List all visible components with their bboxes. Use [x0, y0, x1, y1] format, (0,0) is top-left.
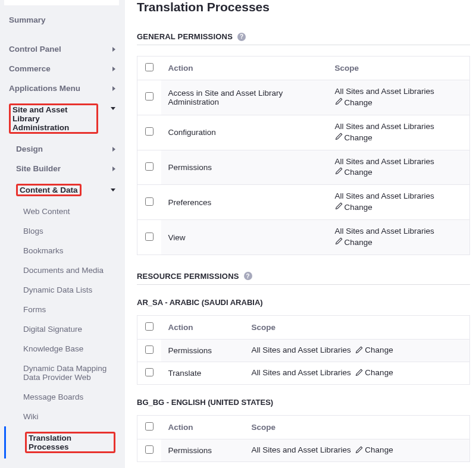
nav-label: Summary: [9, 15, 46, 24]
permission-row: PreferencesAll Sites and Asset Libraries…: [137, 185, 470, 220]
col-action: Action: [161, 415, 245, 439]
select-all-checkbox[interactable]: [145, 63, 154, 71]
col-action: Action: [161, 56, 328, 80]
general-permissions-heading: GENERAL PERMISSIONS ?: [137, 32, 470, 45]
nav-design[interactable]: Design: [4, 139, 119, 159]
chevron-right-icon: [112, 67, 115, 71]
change-link[interactable]: Change: [345, 203, 372, 212]
row-checkbox[interactable]: [145, 345, 154, 354]
scope-text: All Sites and Asset Libraries: [335, 226, 463, 237]
action-cell: Permissions: [161, 150, 328, 185]
row-checkbox[interactable]: [145, 233, 154, 241]
col-scope: Scope: [245, 415, 470, 439]
nav-label: Message Boards: [23, 392, 83, 401]
nav-item-digital-signature[interactable]: Digital Signature: [4, 319, 119, 339]
select-all-cell: [137, 56, 161, 80]
nav-label-highlighted: Content & Data: [16, 184, 82, 196]
row-checkbox[interactable]: [145, 445, 154, 454]
nav-summary[interactable]: Summary: [4, 10, 119, 30]
nav-item-ddm-data-provider[interactable]: Dynamic Data Mapping Data Provider Web: [4, 359, 119, 387]
scope-cell: All Sites and Asset Libraries Change: [245, 362, 470, 384]
row-checkbox[interactable]: [145, 368, 154, 376]
action-cell: View: [161, 220, 328, 255]
heading-text: GENERAL PERMISSIONS: [137, 32, 233, 41]
row-checkbox[interactable]: [145, 162, 154, 171]
nav-label-highlighted: Site and Asset Library Administration: [9, 103, 98, 134]
pencil-icon: [355, 369, 363, 376]
nav-label: Commerce: [9, 64, 51, 73]
row-check-cell: [137, 185, 161, 220]
select-all-checkbox[interactable]: [145, 322, 154, 331]
permission-row: PermissionsAll Sites and Asset Libraries…: [137, 339, 470, 362]
nav-label: Dynamic Data Lists: [23, 285, 92, 294]
row-check-cell: [137, 362, 161, 384]
nav-item-web-content[interactable]: Web Content: [4, 202, 119, 221]
nav-label: Wiki: [23, 412, 39, 421]
nav-label: Forms: [23, 305, 46, 314]
nav-label: Blogs: [23, 227, 43, 235]
row-checkbox[interactable]: [145, 197, 154, 206]
scope-cell: All Sites and Asset LibrariesChange: [328, 185, 470, 220]
change-link[interactable]: Change: [345, 168, 372, 177]
change-link[interactable]: Change: [365, 345, 393, 354]
row-checkbox[interactable]: [145, 92, 154, 100]
scope-text: All Sites and Asset Libraries: [252, 445, 351, 454]
change-link[interactable]: Change: [345, 238, 372, 247]
scope-cell: All Sites and Asset LibrariesChange: [328, 150, 470, 185]
nav-item-bookmarks[interactable]: Bookmarks: [4, 241, 119, 260]
pencil-icon: [335, 167, 343, 175]
chevron-down-icon: [111, 189, 115, 191]
nav-item-documents-media[interactable]: Documents and Media: [4, 260, 119, 280]
nav-content-data[interactable]: Content & Data: [4, 178, 119, 202]
main-content: Translation Processes GENERAL PERMISSION…: [125, 0, 476, 468]
change-link[interactable]: Change: [345, 133, 372, 142]
pencil-icon: [335, 202, 343, 210]
row-check-cell: [137, 220, 161, 255]
row-check-cell: [137, 439, 161, 461]
nav-label: Control Panel: [9, 45, 61, 54]
permission-row: ConfigurationAll Sites and Asset Librari…: [137, 115, 470, 150]
nav-item-dynamic-data-lists[interactable]: Dynamic Data Lists: [4, 280, 119, 300]
nav-site-asset-admin[interactable]: Site and Asset Library Administration: [4, 98, 119, 139]
sidebar: Summary Control Panel Commerce Applicati…: [0, 0, 125, 468]
nav-label: Knowledge Base: [23, 344, 83, 353]
change-link[interactable]: Change: [345, 98, 372, 107]
change-link[interactable]: Change: [365, 368, 393, 377]
action-cell: Preferences: [161, 185, 328, 220]
action-cell: Access in Site and Asset Library Adminis…: [161, 80, 328, 115]
pencil-icon: [335, 98, 343, 105]
nav-applications-menu[interactable]: Applications Menu: [4, 78, 119, 98]
scope-text: All Sites and Asset Libraries: [335, 191, 463, 202]
nav-commerce[interactable]: Commerce: [4, 59, 119, 78]
scope-cell: All Sites and Asset LibrariesChange: [328, 220, 470, 255]
nav-label: Site Builder: [16, 164, 61, 173]
select-all-checkbox[interactable]: [145, 422, 154, 431]
chevron-right-icon: [112, 147, 115, 152]
nav-item-message-boards[interactable]: Message Boards: [4, 387, 119, 407]
scope-cell: All Sites and Asset LibrariesChange: [328, 80, 470, 115]
resource-group-heading: AR_SA - ARABIC (SAUDI ARABIA): [137, 298, 470, 307]
nav-item-knowledge-base[interactable]: Knowledge Base: [4, 339, 119, 359]
nav-item-forms[interactable]: Forms: [4, 300, 119, 319]
permission-row: ViewAll Sites and Asset LibrariesChange: [137, 220, 470, 255]
permission-row: TranslateAll Sites and Asset Libraries C…: [137, 362, 470, 384]
change-link[interactable]: Change: [365, 445, 393, 454]
help-icon[interactable]: ?: [244, 272, 252, 280]
row-check-cell: [137, 150, 161, 185]
nav-item-translation-processes[interactable]: Translation Processes: [4, 426, 119, 458]
help-icon[interactable]: ?: [237, 33, 246, 41]
nav-site-builder[interactable]: Site Builder: [4, 159, 119, 178]
action-cell: Translate: [161, 362, 245, 384]
resource-permissions-table: ActionScopePermissionsAll Sites and Asse…: [137, 415, 470, 462]
row-checkbox[interactable]: [145, 127, 154, 136]
nav-label: Design: [16, 145, 43, 153]
select-all-cell: [137, 315, 161, 339]
permission-row: PermissionsAll Sites and Asset Libraries…: [137, 439, 470, 461]
heading-text: RESOURCE PERMISSIONS: [137, 272, 239, 281]
row-check-cell: [137, 80, 161, 115]
nav-item-blogs[interactable]: Blogs: [4, 221, 119, 241]
nav-label-highlighted: Translation Processes: [25, 432, 115, 453]
nav-item-wiki[interactable]: Wiki: [4, 407, 119, 426]
scope-cell: All Sites and Asset Libraries Change: [245, 439, 470, 461]
nav-control-panel[interactable]: Control Panel: [4, 39, 119, 59]
